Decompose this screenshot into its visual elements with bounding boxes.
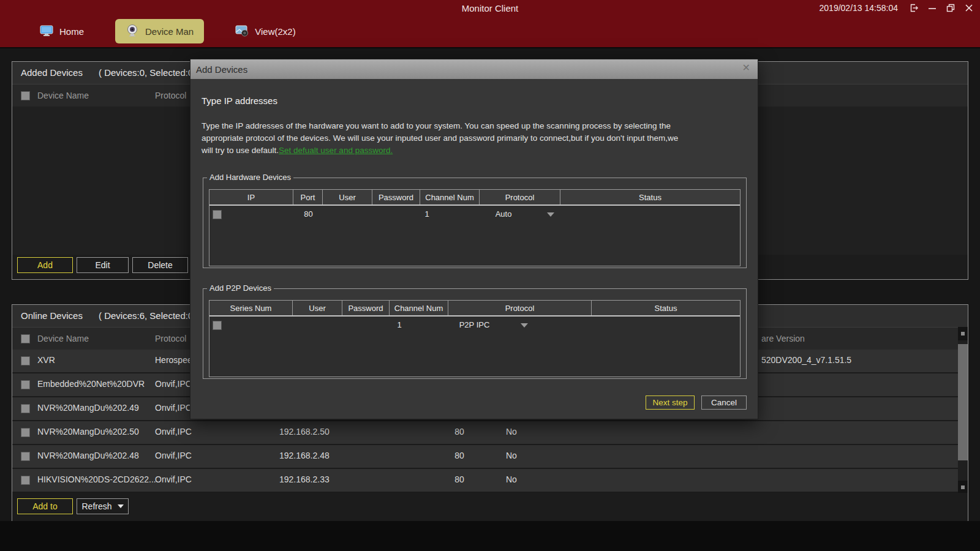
edit-button[interactable]: Edit — [77, 257, 129, 273]
description-line: will try to use default.Set defualt user… — [202, 144, 678, 157]
view-grid-icon — [235, 24, 249, 39]
table-row[interactable]: NVR%20MangDu%202.48 Onvif,IPC 192.168.2.… — [12, 445, 968, 468]
description-line: Type the IP addresses of the hardware yo… — [202, 120, 678, 132]
table-row[interactable]: HIKVISION%20DS-2CD2622... Onvif,IPC 192.… — [12, 469, 968, 492]
cell-device-name: NVR%20MangDu%202.48 — [37, 451, 139, 460]
add-p2p-devices-group: Add P2P Devices Series Num User Password… — [203, 288, 747, 379]
cell-port: 80 — [441, 474, 478, 484]
cell-added: No — [506, 474, 517, 484]
protocol-value[interactable]: Auto — [482, 209, 525, 219]
column-user: User — [293, 301, 342, 315]
set-default-user-password-link[interactable]: Set defualt user and password. — [279, 146, 393, 155]
column-protocol: Protocol — [155, 334, 186, 343]
column-protocol: Protocol — [448, 301, 592, 315]
row-checkbox[interactable] — [21, 452, 30, 461]
row-checkbox[interactable] — [21, 404, 30, 413]
cell-added: No — [506, 427, 517, 437]
p2p-entry-row[interactable]: 1 P2P IPC — [209, 317, 740, 334]
dialog-title-bar[interactable]: Add Devices — [190, 59, 758, 79]
hardware-table-header: IP Port User Password Channel Num Protoc… — [209, 190, 740, 206]
tab-device-man[interactable]: Device Man — [115, 19, 204, 43]
monitor-client-window: Monitor Client 2019/02/13 14:58:04 — [0, 0, 980, 551]
column-status: Status — [592, 301, 740, 315]
add-button[interactable]: Add — [17, 257, 73, 273]
online-devices-title: Online Devices — [21, 310, 83, 321]
protocol-dropdown-icon[interactable] — [547, 212, 554, 217]
scroll-up-button[interactable] — [958, 327, 968, 340]
cell-protocol: Onvif,IPC — [155, 427, 192, 437]
column-device-name: Device Name — [37, 334, 89, 343]
added-devices-count: ( Devices:0, Selected:0 ) — [99, 67, 198, 78]
added-devices-title: Added Devices — [21, 67, 83, 78]
logout-icon[interactable] — [909, 3, 919, 13]
column-status: Status — [560, 190, 740, 204]
column-device-name: Device Name — [37, 91, 89, 100]
p2p-devices-table: Series Num User Password Channel Num Pro… — [209, 300, 741, 377]
cell-device-name: XVR — [37, 355, 55, 365]
bottom-strip — [0, 521, 980, 551]
add-p2p-devices-legend: Add P2P Devices — [207, 283, 274, 293]
online-devices-count: ( Devices:6, Selected:0 ) — [99, 310, 198, 321]
select-all-checkbox[interactable] — [21, 91, 30, 100]
column-protocol: Protocol — [155, 91, 186, 100]
close-icon[interactable] — [964, 3, 974, 13]
add-devices-dialog: Add Devices ✕ Type IP addresses Type the… — [190, 59, 758, 419]
add-to-button[interactable]: Add to — [17, 498, 73, 514]
refresh-button[interactable]: Refresh — [77, 498, 129, 514]
vertical-scrollbar[interactable] — [958, 327, 968, 494]
cell-device-name: NVR%20MangDu%202.49 — [37, 403, 139, 413]
scroll-down-button[interactable] — [958, 481, 968, 494]
tab-view-2x2-label: View(2x2) — [255, 26, 295, 37]
column-protocol: Protocol — [480, 190, 560, 204]
minimize-icon[interactable] — [927, 3, 937, 13]
restore-icon[interactable] — [946, 3, 956, 13]
monitor-icon — [40, 24, 53, 39]
next-step-button[interactable]: Next step — [646, 395, 695, 410]
cell-ip: 192.168.2.48 — [279, 451, 330, 460]
row-checkbox[interactable] — [213, 321, 222, 330]
cell-protocol: Onvif,IPC — [155, 403, 192, 413]
channel-num-value[interactable]: 1 — [381, 320, 418, 329]
table-row[interactable]: NVR%20MangDu%202.50 Onvif,IPC 192.168.2.… — [12, 421, 968, 444]
column-ip: IP — [209, 190, 293, 204]
row-checkbox[interactable] — [21, 380, 30, 389]
cell-device-name: HIKVISION%20DS-2CD2622... — [37, 474, 156, 484]
row-checkbox[interactable] — [213, 210, 222, 219]
cell-port: 80 — [441, 451, 478, 460]
cell-ip: 192.168.2.33 — [279, 474, 330, 484]
add-hardware-devices-group: Add Hardware Devices IP Port User Passwo… — [203, 178, 747, 268]
dialog-close-icon[interactable]: ✕ — [742, 63, 750, 73]
cancel-button[interactable]: Cancel — [701, 395, 747, 410]
cell-added: No — [506, 451, 517, 460]
description-line: appropriate protocol of the devices. We … — [202, 132, 678, 144]
cell-protocol: Onvif,IPC — [155, 474, 192, 484]
tab-home[interactable]: Home — [29, 19, 94, 43]
nav-bar: Home Device Man — [0, 16, 980, 48]
column-port: Port — [293, 190, 323, 204]
hardware-devices-table: IP Port User Password Channel Num Protoc… — [209, 189, 741, 266]
scrollbar-thumb[interactable] — [958, 344, 968, 460]
row-checkbox[interactable] — [21, 476, 30, 485]
cell-protocol: Onvif,IPC — [155, 451, 192, 460]
window-titlebar: Monitor Client 2019/02/13 14:58:04 — [0, 0, 980, 16]
column-channel-num: Channel Num — [420, 190, 480, 204]
refresh-button-label: Refresh — [81, 501, 111, 511]
cell-device-name: Embedded%20Net%20DVR — [37, 379, 145, 389]
cell-ip: 192.168.2.50 — [279, 427, 330, 437]
dialog-title: Add Devices — [196, 64, 247, 75]
channel-num-value[interactable]: 1 — [409, 209, 445, 219]
protocol-dropdown-icon[interactable] — [521, 323, 528, 328]
row-checkbox[interactable] — [21, 356, 30, 365]
datetime-label: 2019/02/13 14:58:04 — [820, 3, 898, 13]
dialog-heading: Type IP addresses — [202, 96, 277, 106]
tab-view-2x2[interactable]: View(2x2) — [225, 19, 306, 43]
row-checkbox[interactable] — [21, 428, 30, 437]
hardware-entry-row[interactable]: 80 1 Auto — [209, 206, 740, 223]
column-password: Password — [372, 190, 420, 204]
port-value[interactable]: 80 — [293, 209, 323, 219]
chevron-down-icon — [118, 504, 124, 508]
dialog-description: Type the IP addresses of the hardware yo… — [202, 120, 678, 157]
delete-button[interactable]: Delete — [132, 257, 188, 273]
select-all-checkbox[interactable] — [21, 334, 30, 343]
protocol-value[interactable]: P2P IPC — [448, 320, 500, 329]
